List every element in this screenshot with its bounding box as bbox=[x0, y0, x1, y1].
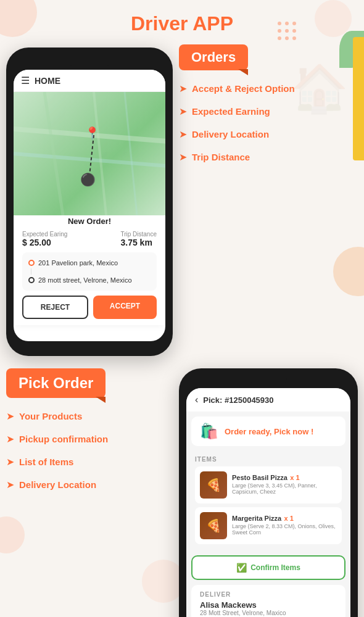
items-section: ITEMS 🍕 Pesto Basil Pizza x 1 Large (Ser… bbox=[186, 451, 350, 550]
page-title: Driver APP bbox=[0, 0, 364, 41]
phone2-title: Pick: #1250045930 bbox=[203, 395, 273, 405]
pick-feature-delivery-location: ➤ Delivery Location bbox=[6, 479, 173, 491]
orders-feature-trip-distance: ➤ Trip Distance bbox=[179, 151, 358, 163]
top-section: ☰ HOME 📍 ⚫ New Orde bbox=[0, 41, 364, 356]
phone2-mockup: ‹ Pick: #1250045930 🛍️ Order ready, Pick… bbox=[179, 368, 358, 617]
confirm-items-button[interactable]: ✅ Confirm Items bbox=[191, 555, 345, 580]
feature-label: Expected Earning bbox=[192, 106, 270, 117]
trip-distance-block: Trip Distance 3.75 km bbox=[120, 231, 157, 247]
back-icon: ‹ bbox=[195, 394, 198, 405]
confirm-items-label: Confirm Items bbox=[250, 563, 300, 572]
phone1-screen: ☰ HOME 📍 ⚫ New Orde bbox=[14, 70, 165, 341]
phone1-mockup: ☰ HOME 📍 ⚫ New Orde bbox=[6, 48, 173, 356]
feature-label: Delivery Location bbox=[19, 479, 96, 490]
pick-features-list: ➤ Your Products➤ Pickup confirmation➤ Li… bbox=[6, 410, 173, 491]
ready-card: 🛍️ Order ready, Pick now ! bbox=[191, 416, 345, 446]
items-label: ITEMS bbox=[195, 456, 342, 463]
item-name-row: Pesto Basil Pizza x 1 bbox=[232, 471, 337, 482]
arrow-icon: ➤ bbox=[6, 456, 14, 468]
orders-banner: Orders bbox=[179, 44, 248, 70]
pick-order-panel: Pick Order ➤ Your Products➤ Pickup confi… bbox=[6, 368, 173, 502]
arrow-icon: ➤ bbox=[179, 151, 187, 163]
phone1-notch bbox=[65, 55, 114, 66]
items-list: 🍕 Pesto Basil Pizza x 1 Large (Serve 3, … bbox=[195, 466, 342, 544]
item-info: Margerita Pizza x 1 Large (Serve 2, 8.33… bbox=[232, 512, 337, 536]
bag-icon: 🛍️ bbox=[200, 423, 218, 440]
deliver-address: 28 Mott Street, Velrone, Maxico bbox=[200, 610, 337, 616]
address-2-text: 28 mott street, Velrone, Mexico bbox=[38, 276, 132, 284]
pick-feature-pickup-confirmation: ➤ Pickup confirmation bbox=[6, 433, 173, 445]
map-pin-orange-icon: 📍 bbox=[85, 126, 100, 141]
address-divider bbox=[31, 268, 31, 275]
svg-line-11 bbox=[44, 92, 63, 215]
check-circle-icon: ✅ bbox=[236, 563, 247, 573]
arrow-icon: ➤ bbox=[179, 106, 187, 117]
phone2-screen: ‹ Pick: #1250045930 🛍️ Order ready, Pick… bbox=[186, 388, 350, 617]
accept-button[interactable]: ACCEPT bbox=[93, 296, 157, 319]
address-row-1: 201 Pavelion park, Mexico bbox=[28, 259, 151, 267]
item-row: 🍕 Margerita Pizza x 1 Large (Serve 2, 8.… bbox=[195, 507, 342, 544]
item-image: 🍕 bbox=[200, 471, 227, 499]
trip-distance-value: 3.75 km bbox=[120, 238, 157, 247]
order-card-title: New Order! bbox=[22, 217, 157, 226]
phone2-notch bbox=[250, 376, 287, 384]
map-pin-black-icon: ⚫ bbox=[80, 172, 96, 187]
arrow-icon: ➤ bbox=[6, 433, 14, 445]
orders-feature-accept-reject: ➤ Accept & Reject Option bbox=[179, 83, 358, 94]
item-row: 🍕 Pesto Basil Pizza x 1 Large (Serve 3, … bbox=[195, 466, 342, 503]
feature-label: Your Products bbox=[19, 411, 82, 421]
svg-line-12 bbox=[94, 92, 106, 215]
feature-label: Trip Distance bbox=[192, 152, 250, 162]
reject-button[interactable]: REJECT bbox=[22, 296, 88, 319]
order-buttons: REJECT ACCEPT bbox=[22, 296, 157, 319]
orders-features-list: ➤ Accept & Reject Option➤ Expected Earni… bbox=[179, 83, 358, 163]
order-card: New Order! Expected Earing $ 25.00 Trip … bbox=[14, 210, 165, 325]
address-1-text: 201 Pavelion park, Mexico bbox=[38, 259, 118, 267]
address-row-2: 28 mott street, Velrone, Mexico bbox=[28, 276, 151, 284]
item-image: 🍕 bbox=[200, 512, 227, 539]
item-desc: Large (Serve 2, 8.33 CM), Onions, Olives… bbox=[232, 523, 337, 536]
feature-label: List of Items bbox=[19, 457, 73, 467]
orders-panel: Orders ➤ Accept & Reject Option➤ Expecte… bbox=[173, 44, 358, 174]
arrow-icon: ➤ bbox=[179, 83, 187, 94]
deliver-label: DELIVER bbox=[200, 591, 337, 598]
order-address-box: 201 Pavelion park, Mexico 28 mott street… bbox=[22, 252, 157, 291]
feature-label: Delivery Location bbox=[192, 129, 269, 139]
trip-distance-label: Trip Distance bbox=[120, 231, 157, 238]
order-info-row: Expected Earing $ 25.00 Trip Distance 3.… bbox=[22, 231, 157, 247]
item-name: Margerita Pizza bbox=[232, 515, 281, 522]
deliver-section: DELIVER Alisa Mackews 28 Mott Street, Ve… bbox=[191, 585, 345, 617]
bottom-section: Pick Order ➤ Your Products➤ Pickup confi… bbox=[0, 362, 364, 617]
expected-earing-block: Expected Earing $ 25.00 bbox=[22, 231, 67, 247]
address-dot-black bbox=[28, 277, 35, 283]
feature-label: Accept & Reject Option bbox=[192, 83, 295, 94]
orders-feature-expected-earning: ➤ Expected Earning bbox=[179, 106, 358, 117]
svg-line-13 bbox=[125, 92, 137, 215]
feature-label: Pickup confirmation bbox=[19, 434, 108, 444]
item-name-row: Margerita Pizza x 1 bbox=[232, 512, 337, 523]
pick-feature-your-products: ➤ Your Products bbox=[6, 410, 173, 422]
deliver-name: Alisa Mackews bbox=[200, 600, 337, 610]
phone1-topbar: ☰ HOME bbox=[14, 70, 165, 92]
pick-order-banner: Pick Order bbox=[6, 368, 105, 398]
expected-earing-value: $ 25.00 bbox=[22, 238, 67, 247]
item-desc: Large (Serve 3, 3.45 CM), Panner, Capsic… bbox=[232, 482, 337, 495]
arrow-icon: ➤ bbox=[6, 479, 14, 491]
arrow-icon: ➤ bbox=[6, 410, 14, 422]
pick-feature-list-of-items: ➤ List of Items bbox=[6, 456, 173, 468]
map-roads-svg bbox=[14, 92, 165, 215]
orders-feature-delivery-location: ➤ Delivery Location bbox=[179, 128, 358, 140]
item-name: Pesto Basil Pizza bbox=[232, 474, 287, 481]
expected-earing-label: Expected Earing bbox=[22, 231, 67, 238]
phone2-header: ‹ Pick: #1250045930 bbox=[186, 388, 350, 412]
item-qty: x 1 bbox=[284, 515, 294, 522]
item-info: Pesto Basil Pizza x 1 Large (Serve 3, 3.… bbox=[232, 471, 337, 495]
ready-text: Order ready, Pick now ! bbox=[225, 427, 313, 436]
home-label: HOME bbox=[35, 76, 60, 86]
hamburger-icon: ☰ bbox=[21, 75, 30, 86]
map-area: 📍 ⚫ bbox=[14, 92, 165, 215]
svg-line-10 bbox=[14, 154, 165, 166]
arrow-icon: ➤ bbox=[179, 128, 187, 140]
address-dot-orange bbox=[28, 260, 35, 266]
item-qty: x 1 bbox=[290, 474, 299, 481]
